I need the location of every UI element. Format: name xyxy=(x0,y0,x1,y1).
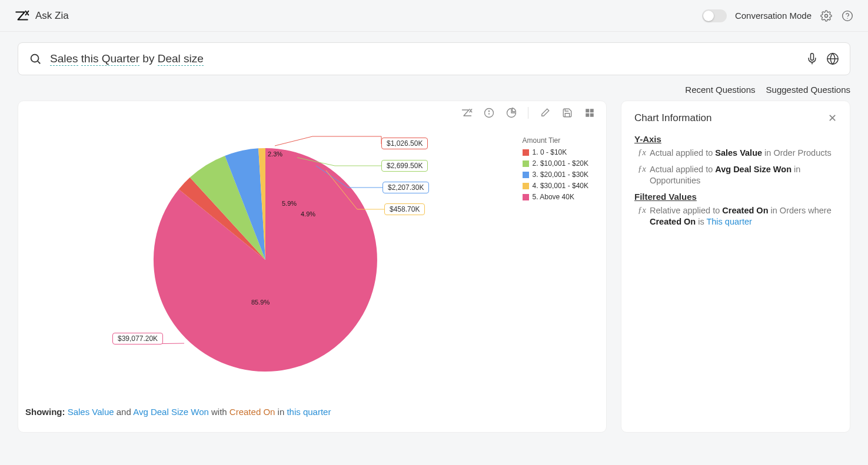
search-query: Sales this Quarter by Deal size xyxy=(50,52,798,65)
legend-label: 3. $20,001 - $30K xyxy=(533,170,588,179)
filtered-heading: Filtered Values xyxy=(634,192,837,202)
chart-info-panel: Chart Information ✕ Y-Axis ƒx Actual app… xyxy=(621,101,850,433)
app-title: Ask Zia xyxy=(35,10,69,22)
svg-line-4 xyxy=(38,61,40,63)
microphone-icon[interactable] xyxy=(806,53,818,65)
legend-item[interactable]: 5. Above 40K xyxy=(523,193,588,201)
info-icon[interactable] xyxy=(483,107,495,119)
slice-percent-2: 5.9% xyxy=(282,200,297,207)
yaxis-line-1: ƒx Actual applied to Sales Value in Orde… xyxy=(634,148,837,159)
legend-label: 4. $30,001 - $40K xyxy=(533,182,588,190)
filter-line-1: ƒx Relative applied to Created On in Ord… xyxy=(634,205,837,228)
callout-above-40k: $39,077.20K xyxy=(112,333,163,344)
info-panel-title: Chart Information xyxy=(634,112,711,124)
svg-rect-13 xyxy=(586,113,589,117)
quick-links: Recent Questions Suggested Questions xyxy=(0,75,868,101)
search-icon xyxy=(29,52,42,65)
logo-area: Ask Zia xyxy=(14,8,69,24)
search-row: Sales this Quarter by Deal size xyxy=(0,32,868,75)
svg-point-2 xyxy=(847,18,847,18)
help-icon[interactable] xyxy=(841,9,854,22)
legend-swatch xyxy=(523,194,529,200)
legend-swatch xyxy=(523,160,529,167)
close-icon[interactable]: ✕ xyxy=(828,112,837,125)
legend-item[interactable]: 3. $20,001 - $30K xyxy=(523,170,588,179)
search-box[interactable]: Sales this Quarter by Deal size xyxy=(18,42,850,75)
legend-swatch xyxy=(523,172,529,178)
chart-card: 2.3% 5.9% 4.9% 85.9% $1,026.50K $2,699.5… xyxy=(18,101,607,433)
legend-item[interactable]: 2. $10,001 - $20K xyxy=(523,159,588,168)
app-header: Ask Zia Conversation Mode xyxy=(0,0,868,32)
fx-icon: ƒx xyxy=(634,164,646,187)
pie-chart xyxy=(148,142,383,380)
fx-icon: ƒx xyxy=(634,148,646,159)
slice-percent-5: 85.9% xyxy=(251,299,270,306)
callout-30-40k: $458.70K xyxy=(384,203,425,215)
conversation-mode-toggle[interactable] xyxy=(702,9,727,22)
recent-questions-link[interactable]: Recent Questions xyxy=(685,85,755,95)
svg-point-0 xyxy=(825,14,828,17)
showing-created-on[interactable]: Created On xyxy=(230,407,275,417)
conversation-mode-label: Conversation Mode xyxy=(735,11,812,21)
svg-rect-12 xyxy=(590,109,594,112)
main-area: 2.3% 5.9% 4.9% 85.9% $1,026.50K $2,699.5… xyxy=(0,101,868,448)
showing-this-quarter[interactable]: this quarter xyxy=(287,407,331,417)
yaxis-heading: Y-Axis xyxy=(634,134,837,144)
legend-label: 1. 0 - $10K xyxy=(533,148,567,156)
chart-toolbar xyxy=(461,107,596,119)
showing-avg-deal[interactable]: Avg Deal Size Won xyxy=(133,407,209,417)
svg-point-3 xyxy=(31,55,39,62)
legend-item[interactable]: 1. 0 - $10K xyxy=(523,148,588,156)
chart-legend: Amount Tier 1. 0 - $10K2. $10,001 - $20K… xyxy=(523,136,588,204)
legend-swatch xyxy=(523,183,529,189)
save-icon[interactable] xyxy=(561,107,573,119)
callout-20-30k: $2,207.30K xyxy=(383,182,429,193)
legend-label: 5. Above 40K xyxy=(533,193,574,201)
legend-item[interactable]: 4. $30,001 - $40K xyxy=(523,182,588,190)
legend-label: 2. $10,001 - $20K xyxy=(533,159,588,168)
svg-point-1 xyxy=(843,11,853,21)
slice-percent-3: 4.9% xyxy=(301,210,315,218)
suggested-questions-link[interactable]: Suggested Questions xyxy=(766,85,850,95)
grid-icon[interactable] xyxy=(584,107,596,119)
svg-point-10 xyxy=(488,111,489,111)
zia-logo-icon xyxy=(14,8,29,24)
slice-percent-1: 2.3% xyxy=(268,150,282,158)
zia-icon[interactable] xyxy=(461,107,473,119)
filter-this-quarter-link[interactable]: This quarter xyxy=(706,217,751,226)
edit-icon[interactable] xyxy=(539,107,551,119)
showing-sales-value[interactable]: Sales Value xyxy=(68,407,114,417)
svg-rect-14 xyxy=(590,113,594,117)
callout-10-20k: $2,699.50K xyxy=(381,160,428,172)
showing-summary: Showing: Sales Value and Avg Deal Size W… xyxy=(25,407,331,417)
chart-type-icon[interactable] xyxy=(505,107,517,119)
callout-0-10k: $1,026.50K xyxy=(381,138,428,149)
header-right: Conversation Mode xyxy=(702,9,854,22)
yaxis-line-2: ƒx Actual applied to Avg Deal Size Won i… xyxy=(634,164,837,187)
legend-title: Amount Tier xyxy=(523,136,588,145)
globe-icon[interactable] xyxy=(826,52,839,65)
legend-swatch xyxy=(523,149,529,156)
fx-icon: ƒx xyxy=(634,205,646,228)
svg-rect-11 xyxy=(586,109,589,112)
settings-icon[interactable] xyxy=(820,9,833,22)
